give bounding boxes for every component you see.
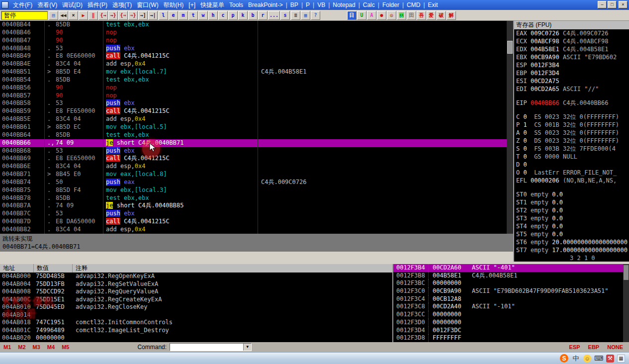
taskbar-smiley-icon[interactable]: ☺ [583,355,591,363]
dump-row[interactable]: 004AB00875DCCD92advapi32.RegQueryValueA [0,288,392,296]
memory-window-button[interactable]: M3 [29,344,44,350]
toolbar-button[interactable]: ▦ [301,11,310,20]
stack-row[interactable]: 0012F3B400CD2A60ASCII "-401" [393,264,629,272]
menu-item[interactable]: 查看(V) [35,0,60,10]
quick-menu-item[interactable]: Calc [360,0,377,10]
disasm-row[interactable]: 0040BB82.83C4 04add esp,0x4 [0,226,513,234]
dump-row[interactable]: 004AB00C75DD15E1advapi32.RegCreateKeyExA [0,296,392,304]
toolbar-letter-button[interactable]: w [198,11,208,20]
toolbar-button[interactable]: →| [148,11,158,20]
toolbar-letter-button[interactable]: l [159,11,168,20]
disassembly-pane[interactable]: 0040BB44.85DBtest ebx,ebx0040BB4690nop00… [0,21,513,234]
disasm-row[interactable]: 0040BB49.E8 0E660000call C4兵.0041215C [0,52,513,60]
menu-item[interactable]: 插件(P) [85,0,110,10]
dump-row[interactable]: 004AB02000000000 [0,334,392,342]
stack-pane[interactable]: 0012F3B400CD2A60ASCII "-401"0012F3B8004B… [392,264,629,342]
close-button[interactable]: × [619,1,628,8]
menu-item[interactable]: 窗口(W) [134,0,161,10]
toolbar-letter-button[interactable]: h [208,11,218,20]
toolbar-letter-button[interactable]: ... [268,11,280,20]
taskbar-litebox-icon[interactable]: ▦ [617,355,625,363]
toolbar-button[interactable]: ≡ [291,11,300,20]
disasm-row[interactable]: 0040BB4690nop [0,29,513,37]
register-row[interactable]: ST2 empty 0.0 [514,206,629,214]
toolbar-plugin-button[interactable]: 田 [407,11,416,20]
menu-item[interactable]: 文件(F) [10,0,35,10]
register-row[interactable]: C 0 ES 0023 32位 0(FFFFFFFF) [514,113,629,121]
toolbar-plugin-button[interactable]: 破 [437,11,446,20]
disasm-row[interactable]: 0040BB61>8B5D ECmov ebx,[local.5] [0,123,513,131]
register-row[interactable]: D 0 [514,161,629,169]
plugin-menu-item[interactable]: Tools [227,0,246,10]
toolbar-plugin-button[interactable]: ◎ [387,11,396,20]
register-row[interactable]: EFL 00000206 (NO,NB,NE,A,NS, [514,177,629,184]
dump-row[interactable]: 004AB01C74996489comctl32.ImageList_Destr… [0,327,392,335]
plugin-menu-item[interactable]: 快捷菜单 [198,0,227,10]
memory-window-button[interactable]: M4 [44,344,58,350]
register-row[interactable]: O 0 LastErr ERROR_FILE_NOT_ [514,169,629,177]
command-combobox[interactable]: ▼ [170,343,252,351]
toolbar-button[interactable]: {⇒ [118,11,128,20]
toolbar-button[interactable]: {→ [98,11,108,20]
register-row[interactable]: 3 2 1 0 [514,254,629,262]
minimize-button[interactable]: – [598,1,607,8]
disassembly-scrollbar-thumb[interactable] [507,41,513,54]
disasm-row[interactable]: 0040BB7D.E8 DA650000call C4兵.0041215C [0,218,513,226]
toolbar-plugin-button[interactable]: 吾 [417,11,426,20]
menu-item[interactable]: 调试(D) [60,0,85,10]
dump-pane[interactable]: 地址 数值 注释 004AB00075DD485Badvapi32.RegOpe… [0,264,392,342]
command-input[interactable] [170,344,243,351]
disasm-row[interactable]: 0040BB58.53push ebx [0,99,513,107]
disasm-row[interactable]: 0040BB44.85DBtest ebx,ebx [0,21,513,29]
toolbar-button[interactable]: →} [108,11,118,20]
dump-row[interactable]: 004AB00475DD13FBadvapi32.RegSetValueExA [0,280,392,288]
toolbar-plugin-button[interactable]: U [357,11,366,20]
disasm-row[interactable]: 0040BB5E.83C4 04add esp,0x4 [0,115,513,123]
disasm-row[interactable]: 0040BB48.53push ebx [0,45,513,53]
register-row[interactable]: EBP 0012F3D4 [514,69,629,77]
stack-row[interactable]: 0012F3BC00000000 [393,279,629,287]
register-row[interactable]: A 0 SS 0023 32位 0(FFFFFFFF) [514,129,629,137]
toolbar-letter-button[interactable]: s [280,11,290,20]
quick-menu-item[interactable]: Exit [426,0,441,10]
toolbar-plugin-button[interactable]: 丽 [397,11,406,20]
stack-row[interactable]: 0012F3C800CD2A40ASCII "-101" [393,303,629,311]
quick-menu-item[interactable]: BP [288,0,301,10]
register-row[interactable]: S 0 FS 003B 32位 7FFDE000(4 [514,145,629,153]
disasm-row[interactable]: 0040BB7A.74 09je short C4兵.0040BB85 [0,202,513,210]
disasm-row[interactable]: 0040BB69.E8 EE650000call C4兵.0041215C [0,155,513,163]
registers-pane[interactable]: 寄存器 (FPU) EAX 009C0726 C4兵.009C0726ECX 0… [513,21,629,262]
dump-header-comment[interactable]: 注释 [73,264,392,273]
toolbar-button[interactable]: ▤ [49,11,58,20]
disasm-row[interactable]: 0040BB7C.53push ebx [0,210,513,218]
plugin-menu-item[interactable]: BreakPoint-> [246,0,285,10]
toolbar-letter-button[interactable]: b [248,11,258,20]
dump-row[interactable]: 004AB018747C1951comctl32.InitCommonContr… [0,319,392,327]
menu-item[interactable]: 选项(T) [110,0,134,10]
taskbar-sogou-icon[interactable]: S [560,354,568,363]
register-row[interactable]: ST0 empty 0.0 [514,190,629,198]
toolbar-letter-button[interactable]: k [238,11,248,20]
register-row[interactable]: ESP 0012F3B4 [514,61,629,69]
toolbar-plugin-button[interactable]: A [367,11,376,20]
dump-row[interactable]: 004AB014 [0,311,392,319]
quick-menu-item[interactable]: Notepad [330,0,358,10]
register-row[interactable]: ST7 empty 17.000000000000000000 [514,246,629,254]
stack-scrollbar-thumb[interactable] [624,265,629,280]
register-row[interactable]: ST1 empty 0.0 [514,198,629,206]
register-row[interactable]: EAX 009C0726 C4兵.009C0726 [514,29,629,37]
menu-item[interactable]: 帮助(H) [161,0,186,10]
disasm-row[interactable]: 0040BB4E.83C4 04add esp,0x4 [0,60,513,68]
stack-scrollbar[interactable] [623,264,629,342]
plugin-menu-item[interactable]: [+] [186,0,198,10]
disasm-row[interactable]: 0040BB66.,74 09je short C4兵.0040BB71 [0,139,513,147]
taskbar-tray-icon[interactable]: ⌨ [594,354,603,363]
register-row[interactable]: ST4 empty 0.0 [514,222,629,230]
toolbar-button[interactable]: ? [311,11,320,20]
toolbar-letter-button[interactable]: p [228,11,238,20]
register-row[interactable]: P 1 CS 001B 32位 0(FFFFFFFF) [514,121,629,129]
toolbar-plugin-button[interactable]: ● [377,11,386,20]
disasm-row[interactable]: 0040BB4790nop [0,37,513,45]
toolbar-button[interactable]: ▶ [79,11,88,20]
toolbar-button[interactable]: →] [138,11,148,20]
